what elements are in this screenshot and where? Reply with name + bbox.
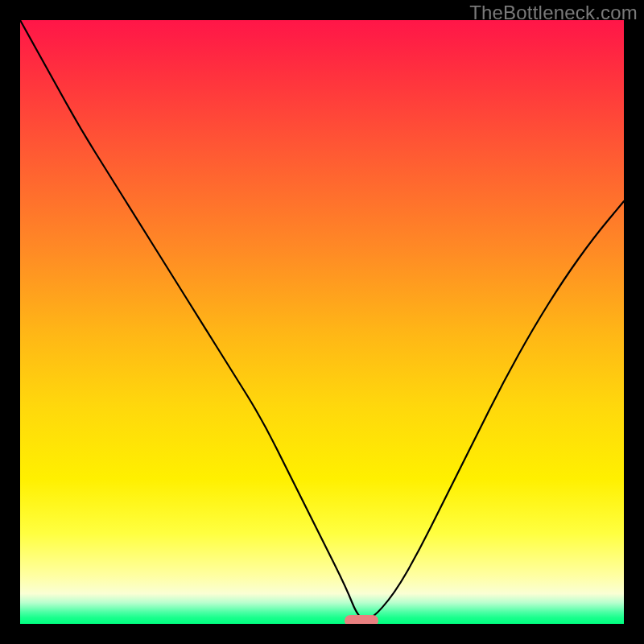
watermark-text: TheBottleneck.com bbox=[469, 2, 638, 24]
chart-frame: TheBottleneck.com bbox=[0, 0, 644, 644]
bottleneck-gradient-background bbox=[20, 20, 624, 624]
plot-area bbox=[20, 20, 624, 624]
